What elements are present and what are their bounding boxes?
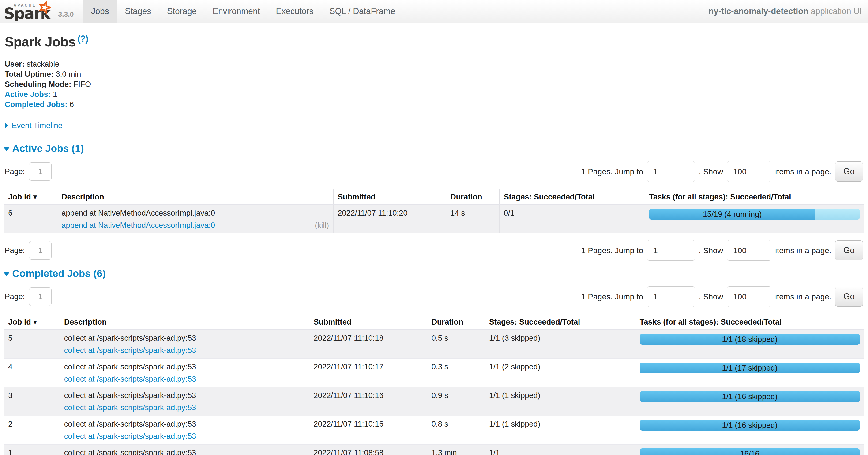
column-header[interactable]: Description: [60, 314, 309, 330]
job-submitted-cell: 2022/11/07 11:10:16: [309, 387, 427, 416]
items-in-page-text: items in a page.: [775, 246, 831, 255]
job-id-cell: 3: [4, 387, 60, 416]
job-tasks-cell: 15/19 (4 running): [645, 205, 864, 233]
nav-tab-sql-dataframe[interactable]: SQL / DataFrame: [321, 0, 403, 23]
jump-to-page-input[interactable]: [647, 161, 695, 182]
tasks-progress-bar: 1/1 (16 skipped): [640, 420, 860, 431]
completed-jobs-header[interactable]: Completed Jobs (6): [4, 268, 864, 279]
job-submitted-cell: 2022/11/07 11:08:58: [309, 445, 427, 455]
pagination-bar-active-bottom: Page: 1 Pages. Jump to . Show items in a…: [4, 240, 864, 261]
active-jobs-header[interactable]: Active Jobs (1): [4, 143, 864, 154]
job-id-cell: 5: [4, 330, 60, 359]
job-description: collect at /spark-scripts/spark-ad.py:53: [64, 448, 305, 455]
column-header[interactable]: Stages: Succeeded/Total: [485, 314, 635, 330]
tasks-progress-bar: 1/1 (18 skipped): [640, 334, 860, 345]
job-duration-cell: 14 s: [446, 205, 499, 233]
page-label: Page:: [5, 292, 25, 301]
summary-link-label[interactable]: Completed Jobs:: [5, 100, 67, 109]
nav-tab-executors[interactable]: Executors: [268, 0, 321, 23]
nav-tab-jobs[interactable]: Jobs: [83, 0, 117, 23]
summary-list: User: stackableTotal Uptime: 3.0 minSche…: [5, 59, 864, 109]
job-stages-cell: 0/1: [499, 205, 645, 233]
spark-logo: APACHE Spark 3.3.0: [0, 0, 76, 23]
kill-link[interactable]: (kill): [315, 221, 329, 230]
job-description-cell: collect at /spark-scripts/spark-ad.py:53…: [60, 416, 309, 445]
application-ui-suffix: application UI: [811, 6, 862, 16]
show-text: . Show: [699, 246, 723, 255]
tasks-progress-fill: 1/1 (17 skipped): [640, 363, 860, 373]
summary-label: Total Uptime:: [5, 70, 54, 78]
job-description-cell: collect at /spark-scripts/spark-ad.py:53…: [60, 445, 309, 455]
job-duration-cell: 0.9 s: [427, 387, 485, 416]
nav-tab-environment[interactable]: Environment: [205, 0, 268, 23]
column-header[interactable]: Stages: Succeeded/Total: [499, 189, 645, 205]
page-label: Page:: [5, 167, 25, 176]
summary-value: stackable: [24, 60, 59, 68]
job-tasks-cell: 1/1 (16 skipped): [635, 416, 864, 445]
job-id-cell: 1: [4, 445, 60, 455]
page-number-input[interactable]: [29, 241, 52, 259]
go-button[interactable]: Go: [835, 162, 863, 181]
nav-tab-stages[interactable]: Stages: [117, 0, 159, 23]
column-header[interactable]: Submitted: [309, 314, 427, 330]
application-title: ny-tlc-anomaly-detection application UI: [709, 0, 868, 23]
job-duration-cell: 1.3 min: [427, 445, 485, 455]
tasks-progress-fill: 1/1 (18 skipped): [640, 334, 860, 345]
help-link[interactable]: (?): [78, 34, 88, 44]
event-timeline-toggle[interactable]: Event Timeline: [5, 121, 864, 130]
column-header[interactable]: Duration: [446, 189, 499, 205]
summary-item: Completed Jobs: 6: [5, 99, 864, 109]
job-id-cell: 4: [4, 359, 60, 387]
job-submitted-cell: 2022/11/07 11:10:16: [309, 416, 427, 445]
jump-to-page-input[interactable]: [647, 286, 695, 307]
items-in-page-text: items in a page.: [775, 292, 831, 301]
job-description-link[interactable]: append at NativeMethodAccessorImpl.java:…: [62, 221, 215, 230]
page-number-input[interactable]: [29, 162, 52, 181]
job-description: append at NativeMethodAccessorImpl.java:…: [62, 208, 329, 218]
summary-value: 1: [51, 90, 57, 98]
navbar: APACHE Spark 3.3.0 JobsStagesStorageEnvi…: [0, 0, 868, 23]
job-submitted-cell: 2022/11/07 11:10:20: [333, 205, 446, 233]
job-description: collect at /spark-scripts/spark-ad.py:53: [64, 391, 305, 400]
triangle-right-icon: [5, 123, 8, 129]
job-row: 3 collect at /spark-scripts/spark-ad.py:…: [4, 387, 864, 416]
column-header[interactable]: Job Id ▾: [4, 314, 60, 330]
summary-label: Scheduling Mode:: [5, 80, 71, 88]
pagination-bar-completed-top: Page: 1 Pages. Jump to . Show items in a…: [4, 286, 864, 307]
nav-tabs: JobsStagesStorageEnvironmentExecutorsSQL…: [83, 0, 403, 23]
show-text: . Show: [699, 167, 723, 176]
completed-jobs-table: Job Id ▾DescriptionSubmittedDurationStag…: [4, 314, 864, 455]
items-in-page-text: items in a page.: [775, 167, 831, 176]
items-per-page-input[interactable]: [727, 161, 771, 182]
go-button[interactable]: Go: [835, 240, 863, 260]
summary-item: User: stackable: [5, 59, 864, 69]
column-header[interactable]: Description: [57, 189, 333, 205]
job-duration-cell: 0.5 s: [427, 330, 485, 359]
job-description-link[interactable]: collect at /spark-scripts/spark-ad.py:53: [64, 403, 196, 412]
job-description-link[interactable]: collect at /spark-scripts/spark-ad.py:53: [64, 374, 196, 384]
column-header[interactable]: Duration: [427, 314, 485, 330]
column-header[interactable]: Submitted: [333, 189, 446, 205]
items-per-page-input[interactable]: [727, 240, 771, 261]
go-button[interactable]: Go: [835, 286, 863, 307]
tasks-progress-fill: 16/16: [640, 449, 860, 455]
job-description-link[interactable]: collect at /spark-scripts/spark-ad.py:53: [64, 431, 196, 441]
pages-count-text: 1 Pages. Jump to: [581, 292, 643, 301]
spark-logo-icon: APACHE Spark: [3, 0, 57, 21]
column-header[interactable]: Tasks (for all stages): Succeeded/Total: [645, 189, 864, 205]
page-title: Spark Jobs(?): [5, 34, 864, 50]
summary-value: 3.0 min: [54, 70, 81, 78]
column-header[interactable]: Job Id ▾: [4, 189, 57, 205]
job-row: 5 collect at /spark-scripts/spark-ad.py:…: [4, 330, 864, 359]
summary-link-label[interactable]: Active Jobs:: [5, 90, 51, 98]
table-header-row: Job Id ▾DescriptionSubmittedDurationStag…: [4, 189, 864, 205]
column-header[interactable]: Tasks (for all stages): Succeeded/Total: [635, 314, 864, 330]
job-stages-cell: 1/1 (1 skipped): [485, 387, 635, 416]
summary-value: FIFO: [71, 80, 91, 88]
items-per-page-input[interactable]: [727, 286, 771, 307]
job-description-link[interactable]: collect at /spark-scripts/spark-ad.py:53: [64, 346, 196, 355]
summary-value: 6: [67, 100, 74, 109]
nav-tab-storage[interactable]: Storage: [159, 0, 205, 23]
jump-to-page-input[interactable]: [647, 240, 695, 261]
page-number-input[interactable]: [29, 287, 52, 306]
